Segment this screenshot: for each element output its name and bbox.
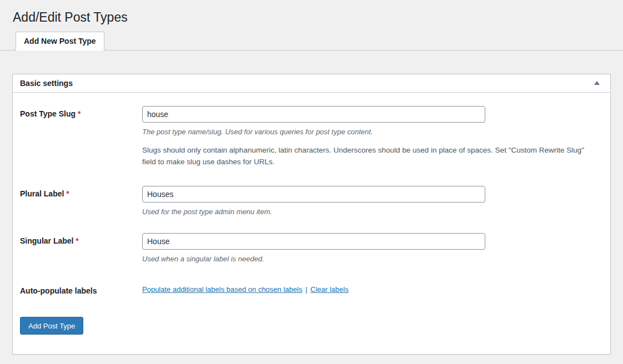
basic-settings-panel: Basic settings Post Type Slug * The post… — [12, 74, 611, 355]
chevron-up-icon — [594, 81, 600, 85]
basic-settings-panel-body: Post Type Slug * The post type name/slug… — [13, 93, 610, 355]
form-row-auto-populate: Auto-populate labels Populate additional… — [20, 283, 603, 295]
singular-label-help: Used when a singular label is needed. — [142, 255, 603, 264]
add-post-type-button[interactable]: Add Post Type — [20, 317, 83, 335]
page-title: Add/Edit Post Types — [0, 0, 623, 26]
label-text: Singular Label — [20, 236, 73, 245]
form-row-plural-label: Plural Label * Used for the post type ad… — [20, 186, 603, 216]
singular-label-field-area: Used when a singular label is needed. — [142, 233, 603, 264]
label-text: Post Type Slug — [20, 109, 76, 118]
post-type-slug-input[interactable] — [142, 106, 485, 123]
auto-populate-label: Auto-populate labels — [20, 283, 142, 295]
submit-row: Add Post Type — [20, 317, 603, 335]
plural-label-label: Plural Label * — [20, 186, 142, 216]
singular-label-label: Singular Label * — [20, 233, 142, 264]
panel-title: Basic settings — [20, 79, 73, 88]
post-type-slug-label: Post Type Slug * — [20, 106, 142, 168]
required-marker: * — [66, 189, 69, 198]
tab-add-new-post-type[interactable]: Add New Post Type — [16, 32, 104, 50]
plural-label-input[interactable] — [142, 186, 485, 203]
required-marker: * — [78, 109, 81, 118]
auto-populate-links: Populate additional labels based on chos… — [142, 283, 603, 295]
singular-label-input[interactable] — [142, 233, 485, 250]
label-text: Auto-populate labels — [20, 286, 97, 295]
form-row-post-type-slug: Post Type Slug * The post type name/slug… — [20, 106, 603, 168]
form-row-singular-label: Singular Label * Used when a singular la… — [20, 233, 603, 264]
link-separator: | — [304, 285, 308, 294]
label-text: Plural Label — [20, 189, 64, 198]
collapse-panel-button[interactable] — [591, 79, 603, 87]
clear-labels-link[interactable]: Clear labels — [310, 285, 349, 294]
required-marker: * — [76, 236, 78, 245]
plural-label-field-area: Used for the post type admin menu item. — [142, 186, 603, 216]
populate-labels-link[interactable]: Populate additional labels based on chos… — [142, 285, 302, 294]
post-type-slug-note: Slugs should only contain alphanumeric, … — [142, 145, 595, 168]
post-type-slug-help: The post type name/slug. Used for variou… — [142, 128, 603, 136]
tab-bar: Add New Post Type — [0, 32, 623, 50]
basic-settings-panel-header[interactable]: Basic settings — [13, 74, 610, 93]
plural-label-help: Used for the post type admin menu item. — [142, 208, 603, 216]
post-type-slug-field-area: The post type name/slug. Used for variou… — [142, 106, 603, 168]
